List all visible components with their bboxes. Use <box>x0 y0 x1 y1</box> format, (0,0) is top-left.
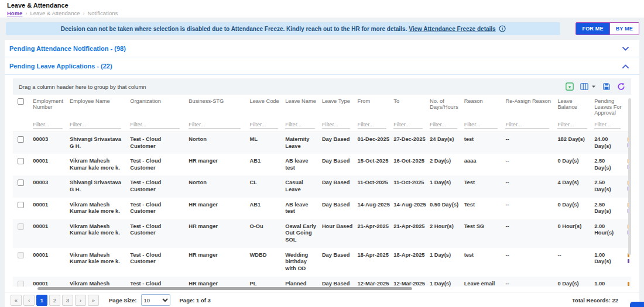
view-freeze-details-link[interactable]: View Attendance Freeze details <box>409 26 495 32</box>
last-page-button[interactable]: » <box>88 295 99 306</box>
page-button-3[interactable]: 3 <box>62 295 73 306</box>
section-pending-attendance-notification[interactable]: Pending Attendance Notification - (98) <box>5 40 639 57</box>
table-cell-to: 16-Oct-2025 <box>391 154 427 175</box>
table-cell-employment-number: 00003 <box>30 175 67 197</box>
by-me-button[interactable]: BY ME <box>609 23 639 35</box>
table-cell-pending-leaves-for-approval: 24.00 Day(s) <box>592 132 625 154</box>
table-cell-re-assign-reason: -- <box>503 248 555 277</box>
column-header-employee-name[interactable]: Employee Name <box>67 95 128 117</box>
table-cell-leave-type: Day Based <box>320 154 355 175</box>
chevron-up-icon[interactable] <box>622 64 629 68</box>
filter-input-reason[interactable] <box>464 121 498 129</box>
info-icon[interactable] <box>499 25 506 32</box>
table-header-row: Employment NumberEmployee NameOrganizati… <box>13 95 631 117</box>
table-cell-re-assign-reason: -- <box>503 198 555 219</box>
grid-toolbar: Drag a column header here to group by th… <box>13 78 631 95</box>
group-by-hint: Drag a column header here to group by th… <box>19 84 146 90</box>
save-layout-icon[interactable] <box>602 82 611 91</box>
table-row: 00001Vikram Mahesh Kumar kale more k.Tes… <box>13 198 631 219</box>
horizontal-scrollbar-thumb[interactable] <box>37 287 412 290</box>
table-cell-leave-type: Day Based <box>320 248 355 277</box>
column-header-no-of-days-hours[interactable]: No. of Days/Hours <box>427 95 462 117</box>
refresh-icon[interactable] <box>617 82 625 91</box>
table-cell-leave-name: Wedding birthday with OD <box>283 248 320 277</box>
row-checkbox-cell <box>13 248 30 277</box>
column-header-leave-code[interactable]: Leave Code <box>248 95 283 117</box>
for-me-button[interactable]: FOR ME <box>576 23 609 35</box>
row-checkbox[interactable] <box>18 202 24 208</box>
table-cell-leave-name: AB leave test <box>283 198 320 219</box>
filter-cell <box>462 117 503 132</box>
table-cell-leave-type: Day Based <box>320 198 355 219</box>
table-cell-business-stg: HR manger <box>186 248 247 277</box>
page-title: Leave & Attendance <box>7 2 637 9</box>
row-checkbox <box>18 281 24 287</box>
filter-input-organization[interactable] <box>130 121 180 129</box>
column-header-from[interactable]: From <box>355 95 392 117</box>
table-cell-leave-code: ML <box>248 132 283 154</box>
table-cell-to: 27-Dec-2025 <box>391 132 427 154</box>
column-chooser-icon[interactable] <box>580 82 588 91</box>
row-checkbox[interactable] <box>18 136 24 143</box>
filter-row <box>13 117 631 132</box>
table-cell-reason: test <box>462 132 503 154</box>
filter-input-leave-balance[interactable] <box>557 121 587 129</box>
grid-scroll-area: Employment NumberEmployee NameOrganizati… <box>13 95 631 287</box>
column-header-to[interactable]: To <box>391 95 427 117</box>
table-cell-business-stg: Norton <box>186 175 247 197</box>
row-checkbox[interactable] <box>18 180 24 186</box>
table-cell-to: 18-Apr-2025 <box>391 248 427 277</box>
row-checkbox[interactable] <box>18 158 24 164</box>
table-cell-reason: Leave email link navigation 4 <box>462 277 503 287</box>
table-cell-to: 11-Oct-2025 <box>391 175 427 197</box>
filter-input-to[interactable] <box>393 121 422 129</box>
column-header-leave-balance[interactable]: Leave Balance <box>555 95 592 117</box>
filter-input-leave-name[interactable] <box>285 121 314 129</box>
page-size-select[interactable]: 10 <box>141 294 170 306</box>
excel-export-icon[interactable]: x <box>566 82 574 91</box>
filter-input-employment-number[interactable] <box>33 121 62 129</box>
table-cell-leave-balance: 0 Day(s) <box>555 154 592 175</box>
vertical-scrollbar[interactable] <box>628 98 631 255</box>
row-checkbox <box>18 252 24 258</box>
column-chooser-caret-icon[interactable] <box>591 85 596 88</box>
column-header-re-assign-reason[interactable]: Re-Assign Reason <box>503 95 555 117</box>
table-cell-organization: Test - Cloud Customer <box>128 154 186 175</box>
table-cell-employment-number: 00001 <box>30 219 67 248</box>
filter-input-pending-leaves-for-approval[interactable] <box>594 121 621 129</box>
table-cell-reason: aaaa <box>462 154 503 175</box>
filter-input-employee-name[interactable] <box>70 121 121 129</box>
table-cell-reason: Test SG <box>462 219 503 248</box>
floating-action-partial[interactable] <box>630 302 644 307</box>
column-header-reason[interactable]: Reason <box>462 95 503 117</box>
column-header-employment-number[interactable]: Employment Number <box>30 95 67 117</box>
filter-input-re-assign-reason[interactable] <box>505 121 549 129</box>
filter-input-business-stg[interactable] <box>189 121 240 129</box>
filter-input-from[interactable] <box>358 121 386 129</box>
filter-input-no-of-days-hours[interactable] <box>430 121 457 129</box>
column-header-organization[interactable]: Organization <box>128 95 186 117</box>
column-header-leave-type[interactable]: Leave Type <box>320 95 355 117</box>
table-cell-no-of-days-hours: 0.50 Day(s) <box>427 198 462 219</box>
table-cell-re-assign-reason: -- <box>503 154 555 175</box>
section-pending-leave-applications[interactable]: Pending Leave Applications - (22) <box>5 57 639 75</box>
chevron-down-icon[interactable] <box>622 47 629 51</box>
first-page-button[interactable]: « <box>11 295 22 306</box>
select-all-checkbox[interactable] <box>18 98 24 105</box>
banner-message: Decision can not be taken where selectio… <box>61 26 407 32</box>
table-cell-leave-name: Planned leave <box>283 277 320 287</box>
filter-input-leave-type[interactable] <box>322 121 350 129</box>
column-header-business-stg[interactable]: Business-STG <box>186 95 247 117</box>
table-cell-from: 21-Apr-2025 <box>355 219 392 248</box>
filter-input-leave-code[interactable] <box>250 121 278 129</box>
next-page-button[interactable]: › <box>75 295 86 306</box>
page-button-2[interactable]: 2 <box>49 295 60 306</box>
table-cell-from: 12-Mar-2025 <box>355 277 392 287</box>
breadcrumb-home-link[interactable]: Home <box>7 10 22 16</box>
column-header-leave-name[interactable]: Leave Name <box>283 95 320 117</box>
table-cell-employment-number: 00003 <box>30 132 67 154</box>
prev-page-button[interactable]: ‹ <box>23 295 35 306</box>
page-button-1[interactable]: 1 <box>36 295 47 306</box>
column-header-pending-leaves-for-approval[interactable]: Pending Leaves For Approval <box>592 95 625 117</box>
filter-cell <box>555 117 592 132</box>
